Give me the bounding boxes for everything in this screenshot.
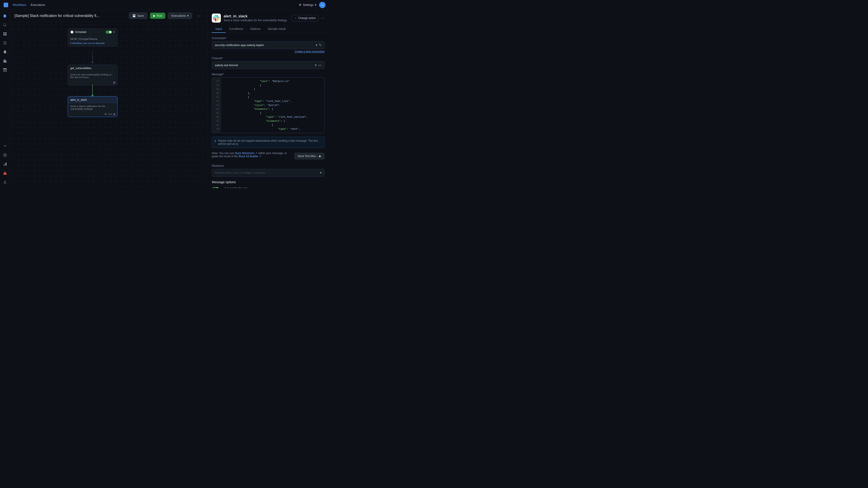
- executions-button[interactable]: Executions ▾: [168, 12, 192, 19]
- vuln-node[interactable]: get_vulnerabilites Query for new vulnera…: [68, 65, 118, 86]
- panel-header-actions: ← Change action ⋯: [291, 15, 324, 21]
- panel-title: alert_in_slack: [223, 14, 289, 18]
- svg-rect-0: [3, 32, 5, 34]
- sidebar-item-integrations[interactable]: [1, 57, 9, 65]
- workflow-header: [Sample] Slack notification for critical…: [10, 10, 207, 22]
- code-content[interactable]: "text": "Details:\n" } ] }, { "typ: [221, 77, 324, 133]
- code-icon[interactable]: </>: [318, 64, 322, 67]
- line-number-40: 40: [212, 91, 221, 95]
- note-row: Note: You can use Slack Markdown ↗ withi…: [212, 152, 324, 161]
- schedule-time: 08:00 | Europe/Vienna: [70, 37, 115, 41]
- panel-subtitle: Send a Slack notification for the vulner…: [223, 19, 289, 22]
- more-button[interactable]: ⋯: [195, 12, 203, 19]
- line-number-41: 41: [212, 95, 221, 99]
- create-connection-link[interactable]: Create a new connection: [212, 50, 324, 53]
- info-icon: ℹ: [215, 139, 216, 145]
- schedule-info[interactable]: ℹ Workflow can run on demand.: [70, 41, 115, 44]
- sidebar-item-table[interactable]: [1, 66, 9, 74]
- top-nav: Workflows Executions ⚙ Settings ▾ U: [0, 0, 329, 10]
- close-icon[interactable]: ✕: [113, 31, 115, 34]
- expand-node-icon[interactable]: ⊞: [113, 112, 116, 116]
- schedule-node[interactable]: 🕐 Schedule ✕ 08:00 | Europe/Vienna ℹ Wor…: [68, 29, 118, 46]
- reactions-label: Reactions: [212, 164, 324, 167]
- line-number-42: 42: [212, 99, 221, 103]
- send-test-button[interactable]: Send Test Mes... ▶: [294, 153, 324, 160]
- panel-content: Connection* security-notification-app-sa…: [207, 33, 329, 188]
- message-label: Message*: [212, 73, 324, 76]
- change-action-button[interactable]: ← Change action: [291, 15, 319, 21]
- sidebar-item-notifications[interactable]: [1, 48, 9, 56]
- code-line-39: ]: [224, 87, 322, 91]
- slack-node-description: Send a Slack notification for the vulner…: [68, 103, 117, 111]
- slack-node-title: alert_in_slack: [70, 98, 87, 101]
- arrow-left-icon: ←: [294, 17, 297, 20]
- code-icon[interactable]: </>: [108, 112, 112, 116]
- nav-workflows[interactable]: Workflows: [13, 3, 26, 6]
- message-options-title: Message options: [212, 180, 324, 184]
- line-number-47: 47: [212, 119, 221, 123]
- sidebar-item-workflows[interactable]: [1, 30, 9, 38]
- tab-input[interactable]: Input: [212, 25, 225, 33]
- sidebar-item-expand[interactable]: [1, 142, 9, 150]
- app-logo[interactable]: [4, 3, 8, 7]
- tab-sample-result[interactable]: Sample result: [264, 25, 289, 33]
- channel-label: Channel*: [212, 57, 324, 60]
- code-line-41: {: [224, 95, 322, 99]
- sidebar-item-settings[interactable]: [1, 151, 9, 159]
- append-toggle[interactable]: ✕: [212, 187, 222, 188]
- toggle-switch-bg[interactable]: [212, 187, 219, 188]
- code-line-46: "type": "rich_text_section",: [224, 115, 322, 119]
- toggle-on-switch[interactable]: [105, 31, 112, 34]
- expand-icon[interactable]: ⊞: [113, 81, 116, 84]
- schedule-toggle[interactable]: ✕: [105, 31, 115, 34]
- connection-label: Connection*: [212, 37, 324, 40]
- toggle-x-icon[interactable]: ✕: [220, 187, 222, 188]
- arrow-schedule-to-vuln: [90, 51, 95, 66]
- save-button[interactable]: 💾 Save: [129, 12, 147, 19]
- nav-executions[interactable]: Executions: [31, 3, 45, 6]
- line-number-39: 39: [212, 87, 221, 91]
- avatar[interactable]: U: [319, 2, 326, 8]
- code-line-45: {: [224, 111, 322, 115]
- edit-icon[interactable]: ✎: [319, 43, 322, 47]
- slack-node[interactable]: alert_in_slack Send a Slack notification…: [68, 96, 118, 117]
- sidebar-item-executions[interactable]: [1, 39, 9, 47]
- panel-top: alert_in_slack Send a Slack notification…: [212, 13, 324, 23]
- sidebar-item-alert[interactable]: [1, 169, 9, 177]
- reactions-placeholder: Please select one or multiple reactions: [215, 171, 320, 174]
- settings-button[interactable]: ⚙ Settings ▾: [299, 3, 316, 6]
- chevron-down-icon: ▾: [315, 43, 317, 47]
- code-line-44: "elements": [: [224, 107, 322, 111]
- note-text: Note: You can use Slack Markdown ↗ withi…: [212, 152, 291, 158]
- code-line-42: "type": "rich_text_list",: [224, 99, 322, 103]
- message-code-editor[interactable]: 37 38 39 40 41 42 43 44 45 46 47 48: [212, 77, 324, 133]
- connection-value: security-notification-app-salerly-lepkin: [215, 43, 314, 47]
- block-kit-link[interactable]: Block Kit Builder ↗: [239, 155, 261, 158]
- message-options-group: Message options ✕ Append to thread Send …: [212, 180, 324, 188]
- left-sidebar: [0, 10, 10, 188]
- workflow-canvas[interactable]: 🕐 Schedule ✕ 08:00 | Europe/Vienna ℹ Wor…: [10, 22, 207, 188]
- chevron-down-icon: ▾: [315, 3, 316, 6]
- code-line-47: "elements": [: [224, 119, 322, 123]
- sidebar-item-user[interactable]: [1, 178, 9, 186]
- channel-select[interactable]: salerly-ied-ihernel ▾ </>: [212, 61, 324, 69]
- sidebar-item-analytics[interactable]: [1, 160, 9, 168]
- append-toggle-label: Append to thread Send the message as a r…: [224, 187, 324, 188]
- vuln-node-description: Query for new vulnerability findings in …: [68, 72, 117, 80]
- gear-icon: ⚙: [299, 3, 302, 6]
- line-numbers: 37 38 39 40 41 42 43 44 45 46 47 48: [212, 77, 221, 133]
- sidebar-item-search[interactable]: [1, 21, 9, 29]
- tab-options[interactable]: Options: [247, 25, 264, 33]
- connection-select[interactable]: security-notification-app-salerly-lepkin…: [212, 41, 324, 49]
- slack-app-icon: [212, 13, 221, 23]
- reactions-select[interactable]: Please select one or multiple reactions …: [212, 169, 324, 177]
- code-line-37: "text": "Details:\n": [224, 79, 322, 84]
- sidebar-item-home[interactable]: [1, 12, 9, 20]
- tab-conditions[interactable]: Conditions: [225, 25, 247, 33]
- run-button[interactable]: ▶ Run: [150, 13, 165, 19]
- slack-markdown-link[interactable]: Slack Markdown ↗: [235, 152, 257, 155]
- vuln-node-header: get_vulnerabilites: [68, 65, 117, 72]
- chevron-down-icon: ▾: [320, 170, 322, 175]
- more-options-icon[interactable]: ⋯: [320, 15, 324, 21]
- refresh-icon[interactable]: ↻: [104, 112, 107, 116]
